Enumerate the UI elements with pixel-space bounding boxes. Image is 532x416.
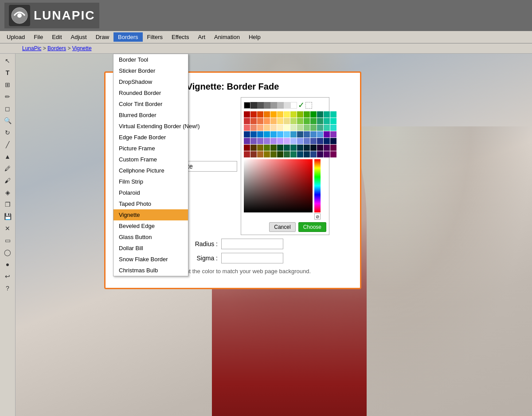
swatch[interactable] — [257, 118, 263, 124]
swatch[interactable] — [264, 145, 270, 151]
swatch[interactable] — [310, 111, 317, 118]
swatch[interactable] — [317, 151, 323, 157]
swatch[interactable] — [244, 111, 250, 118]
dropdown-border-tool[interactable]: Border Tool — [113, 54, 188, 65]
dropdown-edge-fade-border[interactable]: Edge Fade Border — [113, 132, 188, 143]
swatch[interactable] — [304, 131, 310, 137]
swatch[interactable] — [244, 151, 250, 157]
dropdown-rounded-border[interactable]: Rounded Border — [113, 87, 188, 98]
tool-line[interactable]: ╱ — [2, 139, 13, 150]
menu-filters[interactable]: Filters — [143, 32, 167, 42]
swatch[interactable] — [317, 125, 323, 131]
dropdown-custom-frame[interactable]: Custom Frame — [113, 154, 188, 165]
swatch[interactable] — [270, 145, 277, 151]
swatch[interactable] — [270, 138, 277, 144]
checkmark-icon[interactable]: ✓ — [298, 100, 305, 110]
swatch[interactable] — [304, 118, 310, 124]
tool-rect[interactable]: ▭ — [2, 235, 13, 246]
menu-borders[interactable]: Borders — [113, 32, 143, 42]
swatch[interactable] — [257, 131, 263, 137]
tool-circle[interactable]: ● — [2, 259, 13, 270]
dropdown-picture-frame[interactable]: Picture Frame — [113, 143, 188, 154]
tool-undo[interactable]: ↩ — [2, 271, 13, 282]
swatch[interactable] — [317, 111, 323, 118]
swatch[interactable] — [257, 145, 263, 151]
dropdown-cellphone-picture[interactable]: Cellphone Picture — [113, 165, 188, 176]
menu-effects[interactable]: Effects — [167, 32, 194, 42]
dropdown-taped-photo[interactable]: Taped Photo — [113, 198, 188, 209]
swatch[interactable] — [244, 138, 250, 144]
tool-crop[interactable]: ⊞ — [2, 79, 13, 90]
swatch-gray2[interactable] — [270, 102, 277, 109]
swatch-dark1[interactable] — [250, 102, 257, 109]
dropdown-christmas-bulb[interactable]: Christmas Bulb — [113, 265, 188, 276]
swatch[interactable] — [297, 131, 303, 137]
swatch[interactable] — [264, 111, 270, 118]
dropdown-polaroid[interactable]: Polaroid — [113, 187, 188, 198]
swatch[interactable] — [284, 111, 290, 118]
swatch[interactable] — [304, 111, 310, 118]
swatch[interactable] — [250, 138, 257, 144]
swatch[interactable] — [264, 131, 270, 137]
swatch[interactable] — [290, 125, 297, 131]
swatch[interactable] — [324, 138, 330, 144]
swatch[interactable] — [324, 125, 330, 131]
swatch[interactable] — [310, 118, 317, 124]
swatch[interactable] — [304, 151, 310, 157]
swatch[interactable] — [290, 118, 297, 124]
swatch-gray1[interactable] — [264, 102, 270, 109]
dropdown-film-strip[interactable]: Film Strip — [113, 176, 188, 187]
swatch[interactable] — [250, 118, 257, 124]
swatch[interactable] — [317, 138, 323, 144]
menu-animation[interactable]: Animation — [210, 32, 244, 42]
swatch-transparent[interactable] — [305, 102, 312, 109]
swatch[interactable] — [297, 111, 303, 118]
swatch[interactable] — [257, 111, 263, 118]
breadcrumb-vignette[interactable]: Vignette — [72, 45, 92, 51]
swatch[interactable] — [304, 138, 310, 144]
swatch[interactable] — [317, 118, 323, 124]
swatch[interactable] — [284, 118, 290, 124]
swatch[interactable] — [264, 138, 270, 144]
swatch[interactable] — [257, 151, 263, 157]
swatch[interactable] — [277, 131, 283, 137]
swatch[interactable] — [264, 151, 270, 157]
swatch[interactable] — [290, 138, 297, 144]
tool-text[interactable]: T — [2, 67, 13, 78]
swatch[interactable] — [277, 118, 283, 124]
swatch[interactable] — [270, 111, 277, 118]
swatch[interactable] — [277, 138, 283, 144]
swatch[interactable] — [297, 151, 303, 157]
menu-art[interactable]: Art — [193, 32, 210, 42]
transparent-swatch[interactable]: ⊘ — [314, 213, 321, 220]
tool-eraser[interactable]: ◻ — [2, 103, 13, 114]
swatch[interactable] — [284, 131, 290, 137]
swatch[interactable] — [324, 118, 330, 124]
swatch[interactable] — [310, 151, 317, 157]
dropdown-dropshadow[interactable]: DropShadow — [113, 76, 188, 87]
tool-pencil[interactable]: ✏ — [2, 91, 13, 102]
tool-shapes[interactable]: ◈ — [2, 187, 13, 198]
dropdown-sticker-border[interactable]: Sticker Border — [113, 65, 188, 76]
swatch[interactable] — [277, 151, 283, 157]
radius-input[interactable] — [221, 239, 283, 249]
swatch-gray3[interactable] — [277, 102, 284, 109]
swatch[interactable] — [310, 138, 317, 144]
swatch[interactable] — [297, 125, 303, 131]
swatch[interactable] — [244, 131, 250, 137]
dropdown-dollar-bill[interactable]: Dollar Bill — [113, 243, 188, 254]
dropdown-snow-flake-border[interactable]: Snow Flake Border — [113, 254, 188, 265]
swatch[interactable] — [330, 111, 336, 118]
swatch[interactable] — [317, 145, 323, 151]
menu-adjust[interactable]: Adjust — [66, 32, 91, 42]
tool-select[interactable]: ↖ — [2, 55, 13, 66]
dropdown-virtual-extending-border[interactable]: Virtual Extending Border (New!) — [113, 121, 188, 132]
swatch[interactable] — [257, 125, 263, 131]
swatch[interactable] — [324, 111, 330, 118]
swatch[interactable] — [244, 125, 250, 131]
swatch[interactable] — [330, 138, 336, 144]
swatch[interactable] — [290, 145, 297, 151]
breadcrumb-borders[interactable]: Borders — [47, 45, 66, 51]
swatch[interactable] — [264, 125, 270, 131]
swatch[interactable] — [310, 145, 317, 151]
